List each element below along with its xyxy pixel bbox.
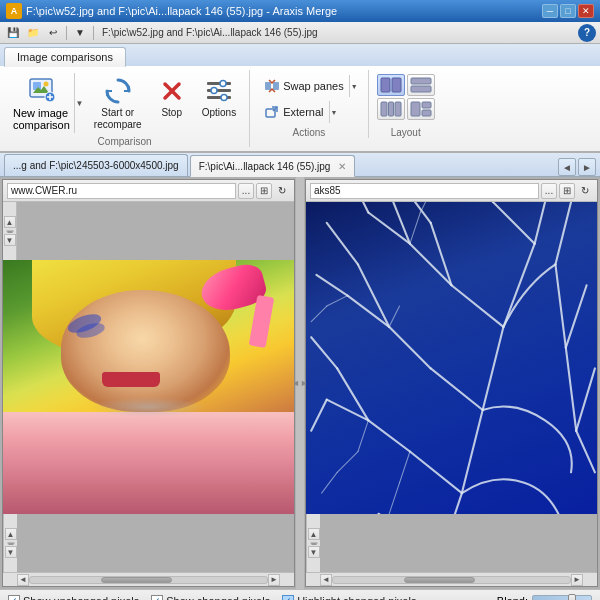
left-pane-hscrollbar[interactable]: ◄ ►	[3, 572, 294, 586]
help-button[interactable]: ?	[578, 24, 596, 42]
vscroll-down-right[interactable]: ▼	[5, 546, 17, 558]
blend-section: Blend:	[497, 595, 592, 601]
blend-slider[interactable]	[532, 595, 592, 601]
right-pane-sync-button[interactable]: ↻	[577, 183, 593, 199]
blend-thumb[interactable]	[568, 594, 576, 601]
maximize-button[interactable]: □	[560, 4, 576, 18]
vscroll-up-arrow[interactable]: ▲	[4, 216, 16, 228]
svg-line-70	[358, 420, 368, 451]
show-changed-checkbox[interactable]: ✓ Show changed pixels	[151, 595, 270, 601]
svg-rect-18	[381, 78, 390, 92]
ribbon-group-layout: Layout	[369, 70, 443, 138]
tab-2-close[interactable]: ✕	[338, 161, 346, 172]
show-changed-check[interactable]: ✓	[151, 595, 163, 601]
hscroll-thumb[interactable]	[101, 577, 172, 583]
svg-line-48	[400, 202, 431, 223]
layout-mixed-button[interactable]	[407, 98, 435, 120]
right-pane-vscrollbar[interactable]: ▲ ▼	[306, 514, 320, 572]
hscroll-right-arrow[interactable]: ►	[268, 574, 280, 586]
right-pane-hscrollbar[interactable]: ◄ ►	[306, 572, 597, 586]
minimize-button[interactable]: ─	[542, 4, 558, 18]
right-pane-dots-button[interactable]: ...	[541, 183, 557, 199]
external-arrow[interactable]: ▼	[329, 101, 339, 123]
right-vscroll-thumb[interactable]	[311, 543, 317, 545]
svg-line-31	[462, 410, 483, 493]
new-image-comparison-split[interactable]: New imagecomparison ▼	[8, 72, 85, 134]
svg-line-74	[389, 483, 399, 514]
save-quick-button[interactable]: 💾	[4, 24, 22, 42]
customize-quick-button[interactable]: ▼	[71, 24, 89, 42]
svg-point-14	[221, 95, 227, 101]
svg-line-42	[389, 327, 431, 369]
title-bar-controls: ─ □ ✕	[542, 4, 594, 18]
right-image-area[interactable]	[306, 202, 597, 514]
show-unchanged-label: Show unchanged pixels	[23, 595, 139, 601]
face	[61, 290, 230, 412]
pane-divider[interactable]: ◄►	[296, 177, 304, 589]
svg-line-29	[503, 244, 534, 327]
right-image	[306, 202, 597, 514]
undo-quick-button[interactable]: ↩	[44, 24, 62, 42]
toolbar-separator	[66, 26, 67, 40]
vscroll-down-arrow[interactable]: ▼	[4, 234, 16, 246]
actions-buttons: Swap panes ▼	[258, 70, 360, 125]
right-vscroll-down[interactable]: ▼	[308, 546, 320, 558]
external-button[interactable]: External	[259, 101, 328, 123]
highlight-changed-check[interactable]: ✓	[282, 595, 294, 601]
show-unchanged-check[interactable]: ✓	[8, 595, 20, 601]
left-pane-dots-button[interactable]: ...	[238, 183, 254, 199]
new-image-comparison-main[interactable]: New imagecomparison	[9, 73, 74, 133]
svg-line-45	[368, 420, 410, 451]
vscroll-thumb[interactable]	[7, 231, 13, 233]
swap-panes-split[interactable]: Swap panes ▼	[258, 74, 360, 98]
tab-scroll-left[interactable]: ◄	[558, 158, 576, 176]
tab-image-comparisons[interactable]: Image comparisons	[4, 47, 126, 67]
svg-rect-23	[388, 102, 393, 116]
left-pane-sync-button[interactable]: ↻	[274, 183, 290, 199]
right-hscroll-right[interactable]: ►	[571, 574, 583, 586]
layout-group-label: Layout	[377, 125, 435, 138]
right-hscroll-track[interactable]	[332, 576, 571, 584]
layout-two-vertical-button[interactable]	[377, 74, 405, 96]
svg-line-69	[311, 306, 327, 322]
svg-line-52	[311, 337, 337, 368]
right-vscroll-track[interactable]	[310, 542, 318, 544]
right-hscroll-left[interactable]: ◄	[320, 574, 332, 586]
layout-two-horizontal-button[interactable]	[407, 74, 435, 96]
left-pane-vscrollbar-right[interactable]: ▲ ▼	[3, 514, 17, 572]
document-tab-1[interactable]: ...g and F:\pic\245503-6000x4500.jpg	[4, 154, 188, 176]
external-split[interactable]: External ▼	[258, 100, 360, 124]
hscroll-left-arrow[interactable]: ◄	[17, 574, 29, 586]
swap-panes-arrow[interactable]: ▼	[349, 75, 359, 97]
right-pane-fit-button[interactable]: ⊞	[559, 183, 575, 199]
svg-line-73	[400, 452, 410, 483]
right-hscroll-thumb[interactable]	[404, 577, 475, 583]
svg-point-13	[211, 88, 217, 94]
new-image-dropdown-arrow[interactable]: ▼	[74, 73, 84, 133]
close-button[interactable]: ✕	[578, 4, 594, 18]
vscroll-track[interactable]	[6, 230, 14, 232]
hscroll-track[interactable]	[29, 576, 268, 584]
open-quick-button[interactable]: 📁	[24, 24, 42, 42]
tab-scroll-right[interactable]: ►	[578, 158, 596, 176]
svg-rect-16	[273, 82, 279, 90]
start-recompare-button[interactable]: Start orrecompare	[89, 72, 147, 134]
highlight-changed-checkbox[interactable]: ✓ Highlight changed pixels	[282, 595, 416, 601]
vscroll-track-right[interactable]	[7, 542, 15, 544]
vscroll-thumb-right[interactable]	[8, 543, 14, 545]
right-vscroll-up[interactable]: ▲	[308, 528, 320, 540]
left-pane-vscrollbar-left[interactable]: ▲ ▼	[3, 202, 17, 260]
layout-three-vertical-button[interactable]	[377, 98, 405, 120]
necklace	[90, 397, 206, 417]
left-pane: www.CWER.ru ... ⊞ ↻ ▲ ▼	[2, 179, 295, 587]
svg-line-67	[389, 306, 399, 327]
left-pane-fit-button[interactable]: ⊞	[256, 183, 272, 199]
actions-group-label: Actions	[258, 125, 360, 138]
document-tab-2[interactable]: F:\pic\Ai...llapack 146 (55).jpg ✕	[190, 155, 356, 177]
show-unchanged-checkbox[interactable]: ✓ Show unchanged pixels	[8, 595, 139, 601]
stop-button[interactable]: Stop	[151, 72, 193, 122]
vscroll-up-right[interactable]: ▲	[5, 528, 17, 540]
left-image-area[interactable]	[3, 260, 294, 514]
options-button[interactable]: Options	[197, 72, 241, 122]
swap-panes-button[interactable]: Swap panes	[259, 75, 349, 97]
